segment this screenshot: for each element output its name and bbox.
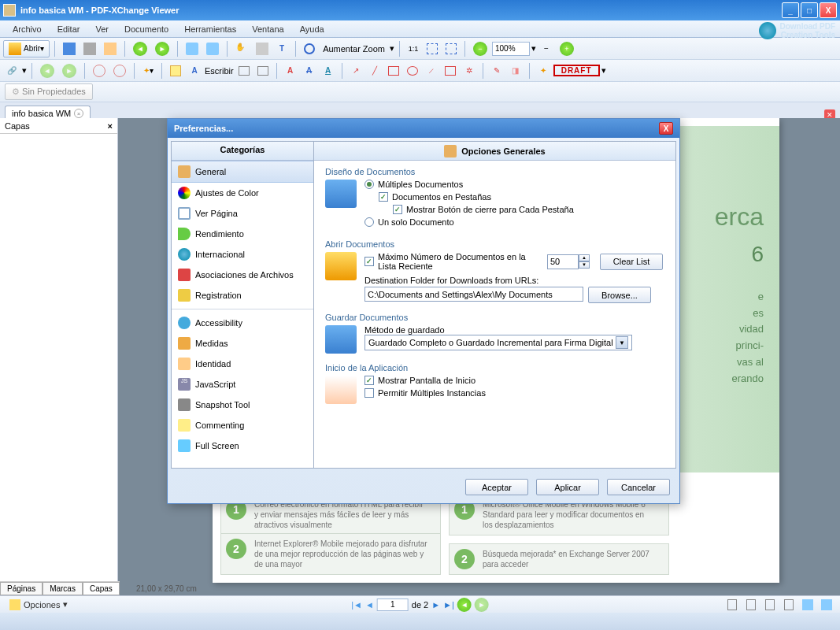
category-javascript[interactable]: JSJavaScript <box>172 374 313 395</box>
minimize-button[interactable]: _ <box>782 2 799 18</box>
hand-tool-button[interactable]: ✋ <box>232 40 251 57</box>
category-identity[interactable]: Identidad <box>172 354 313 374</box>
polyline-tool-button[interactable]: ⟋ <box>423 62 440 80</box>
stamp-button[interactable]: ✦ <box>535 62 552 80</box>
select-text-button[interactable]: T <box>273 40 290 57</box>
line-tool-button[interactable]: ╱ <box>366 62 383 80</box>
options-dd-button[interactable]: ✦▾ <box>139 62 157 80</box>
spin-down-button[interactable]: ▼ <box>579 261 590 269</box>
layout-single-button[interactable] <box>723 596 741 613</box>
draft-stamp[interactable]: DRAFT <box>553 65 600 76</box>
fit-page-button[interactable] <box>424 40 441 57</box>
close-button[interactable]: X <box>820 2 837 18</box>
nav-back-button[interactable]: ◄ <box>457 598 472 612</box>
rotate-view-button[interactable] <box>799 596 816 613</box>
radio-single-doc[interactable] <box>364 217 374 227</box>
oval-tool-button[interactable] <box>404 62 421 80</box>
find-button[interactable] <box>90 62 109 80</box>
layout-facing-cont-button[interactable] <box>780 596 797 613</box>
last-page-button[interactable]: ►| <box>443 600 454 610</box>
page-number-input[interactable] <box>377 598 409 611</box>
strikeout-button[interactable]: A <box>301 62 318 80</box>
category-registration[interactable]: Registration <box>172 285 313 306</box>
note-button[interactable] <box>167 62 184 80</box>
tab-paginas[interactable]: Páginas <box>0 582 43 595</box>
menu-archivo[interactable]: Archivo <box>6 23 48 35</box>
check-splash[interactable] <box>364 376 374 385</box>
rotate-ccw-button[interactable] <box>183 40 202 57</box>
browse-button[interactable]: Browse... <box>588 287 651 303</box>
first-page-button[interactable]: |◄ <box>351 600 362 610</box>
category-commenting[interactable]: Commenting <box>172 415 313 435</box>
underline-button[interactable]: A <box>320 62 337 80</box>
max-recent-input[interactable] <box>547 254 579 269</box>
fit-width-button[interactable] <box>442 40 460 57</box>
layout-facing-button[interactable] <box>761 596 779 613</box>
rotate-view-button[interactable] <box>818 596 835 613</box>
category-file-assoc[interactable]: Asociaciones de Archivos <box>172 265 313 285</box>
category-international[interactable]: Internacional <box>172 244 313 265</box>
history-forward-button[interactable]: ► <box>59 62 80 80</box>
category-page-view[interactable]: Ver Página <box>172 203 313 224</box>
menu-ventana[interactable]: Ventana <box>246 23 290 35</box>
typewriter-button[interactable]: А <box>186 62 203 80</box>
highlight-button[interactable]: A <box>282 62 299 80</box>
history-back-button[interactable]: ◄ <box>37 62 57 80</box>
dest-folder-input[interactable] <box>364 287 583 302</box>
snapshot-button[interactable] <box>253 40 272 57</box>
menu-herramientas[interactable]: Herramientas <box>178 23 242 35</box>
zoom-input[interactable] <box>492 42 530 56</box>
accept-button[interactable]: Aceptar <box>465 479 528 495</box>
forward-button[interactable]: ► <box>152 40 172 57</box>
radio-multi-docs[interactable] <box>364 180 374 189</box>
check-multi-instance[interactable] <box>364 388 374 398</box>
fit-actual-button[interactable]: 1:1 <box>405 40 422 57</box>
rotate-cw-button[interactable] <box>203 40 222 57</box>
pencil-tool-button[interactable]: ✎ <box>488 62 505 80</box>
print-button[interactable] <box>80 40 99 57</box>
tab-marcas[interactable]: Marcas <box>43 582 83 595</box>
save-method-select[interactable]: Guardado Completo o Guardado Incremental… <box>364 335 632 350</box>
zoom-tool-button[interactable] <box>301 40 318 57</box>
spin-up-button[interactable]: ▲ <box>579 254 590 261</box>
category-accessibility[interactable]: Accessibility <box>172 313 313 333</box>
prev-page-button[interactable]: ◄ <box>365 600 374 610</box>
rect-tool-button[interactable] <box>385 62 402 80</box>
menu-ayuda[interactable]: Ayuda <box>294 23 331 35</box>
opciones-button[interactable]: Opciones ▾ <box>5 598 72 612</box>
layout-cont-button[interactable] <box>742 596 760 613</box>
check-close-button[interactable] <box>393 205 402 214</box>
tab-capas[interactable]: Capas <box>83 582 120 595</box>
callout-button[interactable] <box>254 62 272 80</box>
category-snapshot[interactable]: Snapshot Tool <box>172 395 313 415</box>
maximize-button[interactable]: □ <box>801 2 818 18</box>
link-tool-button[interactable]: 🔗 <box>3 62 20 80</box>
tab-close-button[interactable]: × <box>74 109 83 118</box>
category-general[interactable]: General <box>172 161 313 183</box>
cloud-tool-button[interactable]: ✲ <box>461 62 478 80</box>
cancel-button[interactable]: Cancelar <box>607 479 670 495</box>
polygon-tool-button[interactable] <box>442 62 459 80</box>
dialog-close-button[interactable]: X <box>659 122 673 135</box>
check-max-recent[interactable] <box>364 257 374 266</box>
eraser-tool-button[interactable]: ◨ <box>507 62 524 80</box>
check-tabs[interactable] <box>379 192 388 202</box>
open-button[interactable]: Abrir ▾ <box>3 40 50 57</box>
nav-fwd-button[interactable]: ► <box>475 598 489 612</box>
save-button[interactable] <box>60 40 79 57</box>
back-button[interactable]: ◄ <box>130 40 150 57</box>
menu-documento[interactable]: Documento <box>118 23 175 35</box>
arrow-tool-button[interactable]: ↗ <box>347 62 364 80</box>
email-button[interactable] <box>101 40 120 57</box>
zoom-out-button[interactable]: − <box>538 40 555 57</box>
category-performance[interactable]: Rendimiento <box>172 224 313 244</box>
menu-ver[interactable]: Ver <box>89 23 115 35</box>
apply-button[interactable]: Aplicar <box>536 479 599 495</box>
download-banner[interactable]: Download PDF Creation Tools <box>759 22 835 39</box>
search-button[interactable] <box>110 62 129 80</box>
next-page-button[interactable]: ► <box>431 600 440 610</box>
clear-list-button[interactable]: Clear List <box>600 254 663 270</box>
zoom-in-button[interactable]: + <box>557 40 577 57</box>
category-fullscreen[interactable]: Full Screen <box>172 435 313 456</box>
menu-editar[interactable]: Editar <box>51 23 87 35</box>
